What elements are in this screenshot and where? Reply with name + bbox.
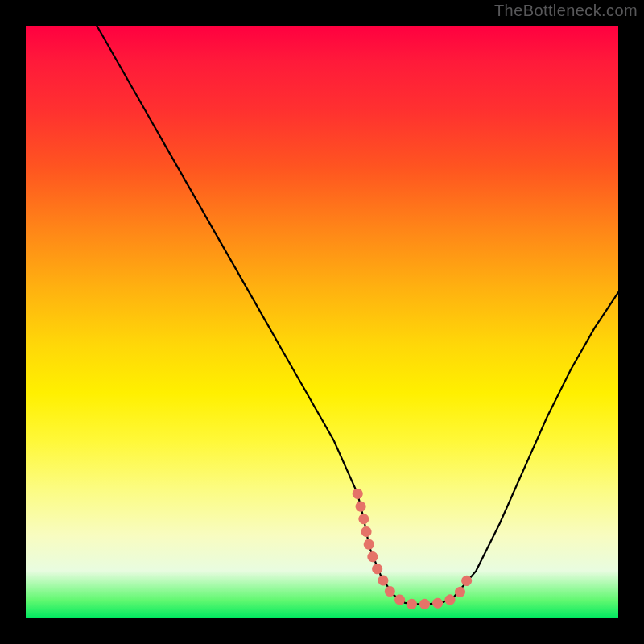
curve-highlight (357, 493, 467, 604)
curve-main (97, 26, 618, 604)
watermark-text: TheBottleneck.com (494, 2, 638, 20)
chart-frame: TheBottleneck.com (0, 0, 644, 644)
chart-overlay-svg (26, 26, 618, 618)
